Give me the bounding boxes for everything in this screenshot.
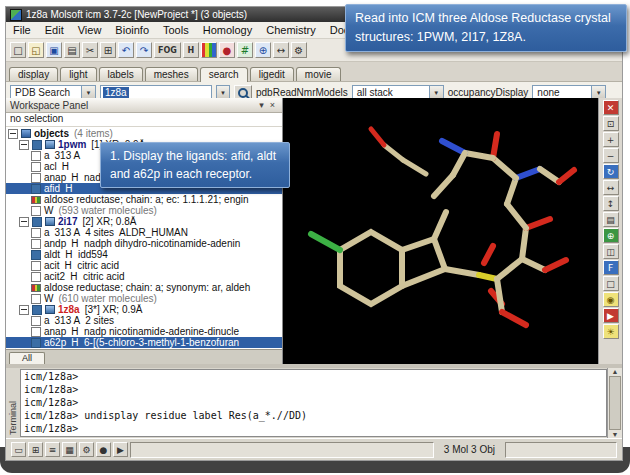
menu-item-file[interactable]: File	[6, 24, 38, 36]
center-view-icon[interactable]: ⊕	[255, 42, 271, 58]
tree-row-1pwm-water[interactable]: W (593 water molecules)	[6, 205, 282, 216]
tree-display-checkbox[interactable]	[32, 305, 42, 315]
tab-display[interactable]: display	[9, 67, 58, 81]
tree-display-checkbox[interactable]	[31, 250, 41, 260]
tree-expander-icon[interactable]	[8, 129, 18, 139]
tree-row-2i17-aldt[interactable]: aldt H idd594	[6, 249, 282, 260]
menu-item-edit[interactable]: Edit	[38, 24, 71, 36]
color-by-icon[interactable]	[201, 42, 217, 58]
translate-tool-icon[interactable]: ↔	[603, 180, 619, 195]
fullscreen-icon[interactable]: □	[603, 276, 619, 291]
status-bar: ▭ ⊞ ≡ ▦ ⚙ ● ▶ 3 Mol 3 Obj	[6, 438, 622, 460]
zoom-in-icon[interactable]: +	[603, 132, 619, 147]
tree-expander-icon[interactable]	[19, 305, 29, 315]
save-project-icon[interactable]: ▣	[46, 42, 62, 58]
play-script-icon[interactable]: ▶	[113, 442, 128, 457]
status-bar-buttons: ▭ ⊞ ≡ ▦ ⚙ ● ▶	[11, 442, 128, 457]
scrollbar-thumb[interactable]	[609, 376, 621, 430]
redo-icon[interactable]: ↷	[136, 42, 152, 58]
tree-display-checkbox[interactable]	[31, 184, 41, 194]
tree-row-1pwm-sequence[interactable]: aldose reductase; chain: a; ec: 1.1.1.21…	[6, 194, 282, 205]
terminal-console[interactable]: icm/1z8a> icm/1z8a> icm/1z8a> icm/1z8a> …	[20, 369, 607, 437]
tree-expander-icon[interactable]	[19, 217, 29, 227]
toggle-workspace-icon[interactable]: ▦	[62, 442, 77, 457]
tab-search[interactable]: search	[200, 67, 248, 82]
tree-row-1z8a[interactable]: 1z8a [3*] XR; 0.9Å	[6, 304, 282, 315]
tree-display-checkbox[interactable]	[31, 228, 41, 238]
tree-row-1z8a-chain-a[interactable]: a 313 A 2 sites	[6, 315, 282, 326]
scroll-down-icon[interactable]: ▼	[612, 431, 619, 438]
menu-item-bioinfo[interactable]: Bioinfo	[108, 24, 156, 36]
display-sticks-icon[interactable]: #	[237, 42, 253, 58]
tree-row-1z8a-anap[interactable]: anap H nadp nicotinamide-adenine-dinucle	[6, 326, 282, 337]
gear-icon[interactable]: ⚙	[79, 442, 94, 457]
tab-ligedit[interactable]: ligedit	[250, 67, 294, 81]
tab-meshes[interactable]: meshes	[145, 67, 198, 81]
tree-row-2i17-water[interactable]: W (610 water molecules)	[6, 293, 282, 304]
tree-display-checkbox[interactable]	[32, 140, 42, 150]
tree-row-2i17[interactable]: 2i17 [2] XR; 0.8Å	[6, 216, 282, 227]
cut-icon[interactable]: ✂	[82, 42, 98, 58]
panel-close-icon[interactable]: ×	[267, 100, 278, 110]
display-spheres-icon[interactable]: ●	[219, 42, 235, 58]
tree-display-checkbox[interactable]	[31, 316, 41, 326]
lighting-icon[interactable]: ☀	[603, 324, 619, 339]
tree-display-checkbox[interactable]	[31, 338, 41, 348]
tree-display-checkbox[interactable]	[31, 261, 41, 271]
undo-icon[interactable]: ↶	[118, 42, 134, 58]
select-tool-icon[interactable]: ⊡	[603, 116, 619, 131]
menu-item-chemistry[interactable]: Chemistry	[259, 24, 323, 36]
measure-distance-icon[interactable]: ↔	[273, 42, 289, 58]
menu-item-view[interactable]: View	[71, 24, 109, 36]
new-project-icon[interactable]: □	[10, 42, 26, 58]
tree-display-checkbox[interactable]	[31, 239, 41, 249]
graphics-3d-viewport[interactable]	[283, 98, 598, 364]
open-file-icon[interactable]: ◱	[28, 42, 44, 58]
rotate-tool-icon[interactable]: ↻	[603, 164, 619, 179]
tree-display-checkbox[interactable]	[31, 162, 41, 172]
tree-display-checkbox[interactable]	[31, 294, 41, 304]
print-icon[interactable]: ▤	[64, 42, 80, 58]
fog-toggle-icon[interactable]: FOG	[154, 42, 181, 58]
tree-row-1z8a-a62p[interactable]: a62p H 6-[(5-chloro-3-methyl-1-benzofura…	[6, 337, 282, 348]
movie-record-icon[interactable]: ▶	[603, 308, 619, 323]
tree-display-checkbox[interactable]	[31, 206, 41, 216]
slab-clipping-icon[interactable]: ▤	[603, 212, 619, 227]
center-selection-icon[interactable]: ⊕	[603, 228, 619, 243]
tree-display-checkbox[interactable]	[31, 151, 41, 161]
zoom-out-icon[interactable]: −	[603, 148, 619, 163]
tree-display-checkbox[interactable]	[31, 327, 41, 337]
fog-side-toggle-icon[interactable]: F	[603, 260, 619, 275]
tree-expander-icon[interactable]	[19, 140, 29, 150]
tree-row-objects[interactable]: objects (4 items)	[6, 128, 282, 139]
tab-light[interactable]: light	[60, 67, 96, 81]
panel-menu-icon[interactable]: ▾	[256, 100, 267, 110]
toggle-terminal-icon[interactable]: ▭	[11, 442, 26, 457]
menu-item-homology[interactable]: Homology	[196, 24, 260, 36]
workspace-tab-all[interactable]: All	[9, 352, 45, 364]
tree-row-2i17-sequence[interactable]: aldose reductase; chain: a; synonym: ar,…	[6, 282, 282, 293]
stereo-toggle-icon[interactable]: ◫	[603, 244, 619, 259]
toggle-alignments-icon[interactable]: ≡	[45, 442, 60, 457]
toggle-tables-icon[interactable]: ⊞	[28, 442, 43, 457]
record-macro-icon[interactable]: ●	[96, 442, 111, 457]
preferences-gear-icon[interactable]: ⚙	[291, 42, 307, 58]
tab-movie[interactable]: movie	[296, 67, 341, 81]
scroll-up-icon[interactable]: ▲	[612, 368, 619, 375]
screenshot-icon[interactable]: ◉	[603, 292, 619, 307]
tree-display-checkbox[interactable]	[31, 272, 41, 282]
z-translate-tool-icon[interactable]: ↕	[603, 196, 619, 211]
tree-display-checkbox[interactable]	[32, 217, 42, 227]
menu-item-tools[interactable]: Tools	[156, 24, 196, 36]
tree-display-checkbox[interactable]	[31, 173, 41, 183]
tab-labels[interactable]: labels	[99, 67, 143, 81]
copy-icon[interactable]: ⊞	[100, 42, 116, 58]
tree-row-2i17-acit[interactable]: acit H citric acid	[6, 260, 282, 271]
stop-tool-icon[interactable]: ✕	[603, 100, 619, 115]
tree-row-2i17-andp[interactable]: andp H nadph dihydro-nicotinamide-adenin	[6, 238, 282, 249]
status-message-field	[130, 442, 434, 458]
tree-row-2i17-acit2[interactable]: acit2 H citric acid	[6, 271, 282, 282]
tree-row-2i17-chain-a[interactable]: a 313 A 4 sites ALDR_HUMAN	[6, 227, 282, 238]
hydrogen-toggle-icon[interactable]: H	[183, 42, 199, 58]
terminal-scrollbar[interactable]: ▲ ▼	[607, 368, 622, 438]
